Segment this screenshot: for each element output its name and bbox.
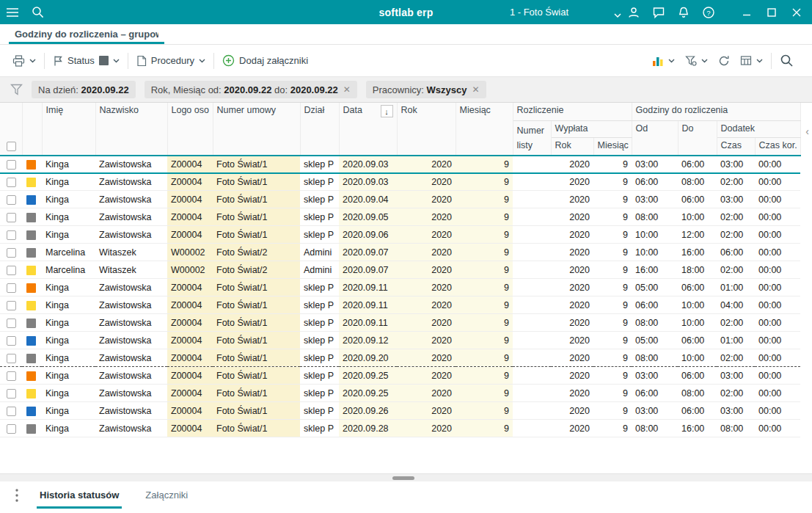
- chip-text: Rok, Miesiąc od: 2020.09.22 do: 2020.09.…: [151, 84, 338, 95]
- table-row[interactable]: Kinga Zawistowska Z00004 Foto Świat/1 sk…: [0, 332, 800, 349]
- filter-chip[interactable]: Na dzień: 2020.09.22: [32, 81, 136, 98]
- filter-settings-button[interactable]: [680, 49, 713, 73]
- table-row[interactable]: Kinga Zawistowska Z00004 Foto Świat/1 sk…: [0, 314, 800, 332]
- col-od[interactable]: Od: [632, 120, 678, 156]
- procedury-button[interactable]: Procedury: [131, 49, 211, 73]
- cell-od: 03:00: [632, 367, 678, 385]
- bottom-menu-button[interactable]: [7, 481, 26, 509]
- row-checkbox[interactable]: [7, 407, 16, 416]
- row-color-swatch: [26, 319, 36, 328]
- table-row[interactable]: Kinga Zawistowska Z00004 Foto Świat/1 sk…: [0, 226, 800, 244]
- sort-desc-icon[interactable]: ↓: [381, 105, 393, 117]
- chip-close-icon[interactable]: ✕: [343, 84, 351, 95]
- select-all-checkbox[interactable]: [7, 142, 16, 151]
- row-checkbox[interactable]: [7, 266, 16, 275]
- col-logo[interactable]: Logo oso: [167, 103, 213, 156]
- row-checkbox[interactable]: [7, 160, 16, 170]
- company-selector-label: 1 - Foto Świat: [510, 7, 568, 18]
- cell-wyplata-rok: 2020: [551, 402, 593, 420]
- col-wyplata-miesiac[interactable]: Miesiąc: [593, 137, 632, 155]
- table-row[interactable]: Kinga Zawistowska Z00004 Foto Świat/1 sk…: [0, 279, 800, 296]
- filter-chip[interactable]: Pracownicy: Wszyscy ✕: [366, 81, 486, 98]
- colgroup-dodatek[interactable]: Dodatek: [717, 120, 800, 137]
- col-nazwisko[interactable]: Nazwisko: [95, 103, 167, 156]
- col-czas-kor[interactable]: Czas kor.: [755, 137, 800, 155]
- row-checkbox[interactable]: [7, 354, 16, 363]
- chart-button[interactable]: [647, 49, 680, 73]
- cell-logo: Z00004: [167, 385, 213, 402]
- tab-historia-statusow[interactable]: Historia statusów: [40, 481, 119, 509]
- cell-select: [0, 296, 22, 314]
- scrollbar-thumb[interactable]: [392, 476, 414, 480]
- col-data[interactable]: Data ↓: [339, 103, 397, 156]
- horizontal-scrollbar[interactable]: [0, 473, 812, 481]
- refresh-button[interactable]: [713, 49, 735, 73]
- col-imie[interactable]: Imię: [42, 103, 95, 156]
- messages-button[interactable]: [646, 0, 671, 24]
- row-checkbox[interactable]: [7, 248, 16, 258]
- row-checkbox[interactable]: [7, 213, 16, 222]
- cell-data: 2020.09.12: [339, 332, 397, 349]
- print-button[interactable]: [7, 49, 41, 73]
- table-row[interactable]: Kinga Zawistowska Z00004 Foto Świat/1 sk…: [0, 349, 800, 367]
- cell-czas: 02:00: [717, 385, 755, 402]
- colgroup-godziny-do-rozliczenia[interactable]: Godziny do rozliczenia: [632, 103, 800, 120]
- col-rok[interactable]: Rok: [397, 103, 456, 156]
- status-button[interactable]: Status: [48, 49, 125, 73]
- row-checkbox[interactable]: [7, 283, 16, 293]
- menu-button[interactable]: [0, 0, 25, 24]
- col-wyplata-rok[interactable]: Rok: [551, 137, 593, 155]
- table-row[interactable]: Marcelina Witaszek W00002 Foto Świat/2 A…: [0, 244, 800, 261]
- col-czas[interactable]: Czas: [717, 137, 755, 155]
- global-search-button[interactable]: [25, 0, 50, 24]
- table-row[interactable]: Kinga Zawistowska Z00004 Foto Świat/1 sk…: [0, 208, 800, 226]
- row-checkbox[interactable]: [7, 195, 16, 205]
- row-checkbox[interactable]: [7, 389, 16, 399]
- cell-wyplata-miesiac: 9: [593, 208, 632, 226]
- grid-search-button[interactable]: [775, 49, 799, 73]
- filter-chip[interactable]: Rok, Miesiąc od: 2020.09.22 do: 2020.09.…: [145, 81, 357, 98]
- table-row[interactable]: Kinga Zawistowska Z00004 Foto Świat/1 sk…: [0, 173, 800, 191]
- notifications-button[interactable]: [671, 0, 696, 24]
- cell-wyplata-rok: 2020: [551, 226, 593, 244]
- help-button[interactable]: ?: [696, 0, 721, 24]
- row-color-swatch: [26, 371, 36, 381]
- table-row[interactable]: Marcelina Witaszek W00002 Foto Świat/2 A…: [0, 261, 800, 279]
- add-attachments-button[interactable]: Dodaj załączniki: [217, 49, 313, 73]
- tab-godziny-do-rozliczenia[interactable]: Godziny do rozliczenia – grupowo: [9, 24, 164, 44]
- col-numer-listy[interactable]: Numer listy: [513, 120, 551, 156]
- chip-close-icon[interactable]: ✕: [472, 84, 479, 95]
- row-checkbox[interactable]: [7, 424, 16, 434]
- company-selector[interactable]: 1 - Foto Świat: [451, 0, 627, 24]
- tab-zalaczniki[interactable]: Załączniki: [145, 481, 188, 509]
- row-checkbox[interactable]: [7, 178, 16, 187]
- row-checkbox[interactable]: [7, 301, 16, 310]
- cell-czas: 08:00: [717, 420, 755, 437]
- table-row[interactable]: Kinga Zawistowska Z00004 Foto Świat/1 sk…: [0, 156, 800, 173]
- table-row[interactable]: Kinga Zawistowska Z00004 Foto Świat/1 sk…: [0, 385, 800, 402]
- table-row[interactable]: Kinga Zawistowska Z00004 Foto Świat/1 sk…: [0, 402, 800, 420]
- collapse-panel-icon[interactable]: ‹: [805, 126, 809, 137]
- col-miesiac[interactable]: Miesiąc: [456, 103, 513, 156]
- window-minimize-button[interactable]: [734, 0, 759, 24]
- col-do[interactable]: Do: [678, 120, 717, 156]
- col-numer-umowy[interactable]: Numer umowy: [213, 103, 300, 156]
- row-checkbox[interactable]: [7, 319, 16, 328]
- window-maximize-button[interactable]: [759, 0, 784, 24]
- table-row[interactable]: Kinga Zawistowska Z00004 Foto Świat/1 sk…: [0, 367, 800, 385]
- layout-settings-button[interactable]: [735, 49, 768, 73]
- add-circle-icon: [222, 54, 235, 67]
- table-row[interactable]: Kinga Zawistowska Z00004 Foto Świat/1 sk…: [0, 296, 800, 314]
- colgroup-wyplata[interactable]: Wypłata: [551, 120, 632, 137]
- cell-imie: Marcelina: [42, 244, 95, 261]
- col-dzial[interactable]: Dział: [300, 103, 339, 156]
- window-close-button[interactable]: [784, 0, 809, 24]
- table-row[interactable]: Kinga Zawistowska Z00004 Foto Świat/1 sk…: [0, 420, 800, 437]
- cell-miesiac: 9: [456, 420, 513, 437]
- row-checkbox[interactable]: [7, 230, 16, 240]
- cell-do: 06:00: [678, 402, 717, 420]
- row-checkbox[interactable]: [7, 371, 16, 381]
- table-row[interactable]: Kinga Zawistowska Z00004 Foto Świat/1 sk…: [0, 191, 800, 208]
- colgroup-rozliczenie[interactable]: Rozliczenie: [513, 103, 632, 120]
- row-checkbox[interactable]: [7, 336, 16, 346]
